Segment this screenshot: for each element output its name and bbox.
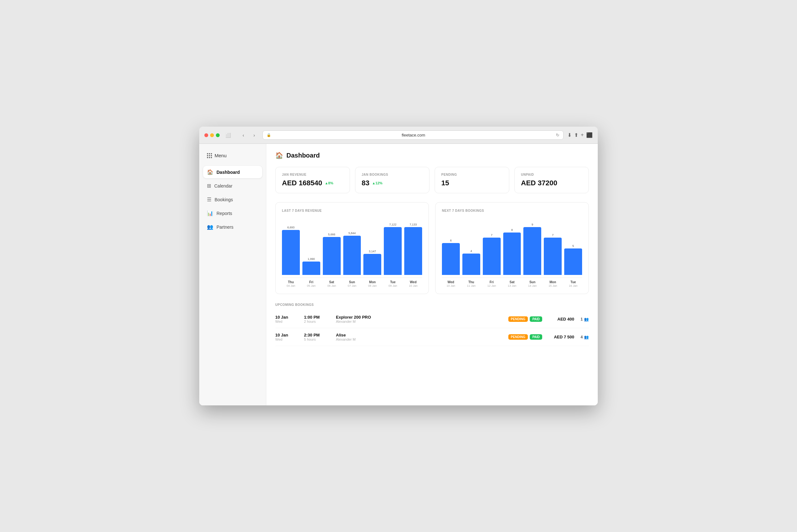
bookings-list: 10 Jan Wed 1:00 PM 2 hours Explorer 200 … — [275, 310, 589, 346]
bar-value-label: 9 — [532, 223, 533, 226]
charts-row: LAST 7 DAYS REVENUE 6,693 1,990 5,666 5,… — [275, 202, 589, 294]
sidebar-item-bookings[interactable]: ☰ Bookings — [203, 193, 262, 206]
bar-date: 09 Jan — [384, 284, 402, 287]
bar-label: Sat 06 Jan — [323, 280, 341, 287]
stat-label-jan-revenue: JAN REVENUE — [282, 173, 343, 176]
badge-paid: PAID — [530, 317, 542, 322]
stats-row: JAN REVENUE AED 168540 ▲8% JAN BOOKINGS … — [275, 167, 589, 193]
bar-label: Sun 07 Jan — [343, 280, 361, 287]
share-icon[interactable]: ⬆ — [574, 132, 578, 138]
address-bar[interactable]: 🔒 fleetace.com ↻ — [262, 130, 564, 140]
booking-weekday: Wed — [275, 320, 297, 323]
bar-value-label: 5,844 — [348, 231, 356, 235]
bar-value-label: 7,133 — [410, 223, 417, 226]
booking-amount: AED 400 — [548, 317, 574, 322]
badge-pending: PENDING — [508, 334, 528, 340]
sidebar-toggle-icon[interactable]: ⬜ — [223, 131, 233, 140]
bar-date: 13 Jan — [503, 284, 521, 287]
booking-date: 10 Jan Wed — [275, 332, 297, 341]
reports-icon: 📊 — [207, 210, 213, 216]
booking-duration: 5 hours — [304, 338, 329, 341]
lock-icon: 🔒 — [267, 133, 271, 137]
stat-card-unpaid: UNPAID AED 37200 — [514, 167, 589, 193]
bookings-chart: 6 4 7 8 9 7 5 Wed 10 Jan Thu 11 Jan Fri … — [442, 217, 582, 287]
bar-day: Thu — [463, 280, 480, 284]
booking-row[interactable]: 10 Jan Wed 2:30 PM 5 hours Alise Alexand… — [275, 328, 589, 346]
refresh-button[interactable]: ↻ — [556, 133, 559, 137]
bookings-bar — [523, 227, 541, 275]
sidebar-item-partners[interactable]: 👥 Partners — [203, 221, 262, 233]
booking-pax: 1 👥 — [580, 317, 589, 322]
bar-date: 16 Jan — [564, 284, 582, 287]
revenue-bar — [282, 230, 300, 275]
bar-label: Wed 10 Jan — [442, 280, 460, 287]
revenue-bar-group: 3,147 — [363, 217, 381, 275]
bookings-chart-title: NEXT 7 DAYS BOOKINGS — [442, 209, 582, 212]
booking-row[interactable]: 10 Jan Wed 1:00 PM 2 hours Explorer 200 … — [275, 310, 589, 328]
bar-value-label: 5,666 — [328, 233, 335, 236]
close-button[interactable] — [204, 133, 208, 137]
minimize-button[interactable] — [210, 133, 214, 137]
new-tab-icon[interactable]: + — [581, 132, 584, 138]
bar-date: 12 Jan — [483, 284, 501, 287]
bar-label: Tue 16 Jan — [564, 280, 582, 287]
bookings-bar — [483, 238, 501, 275]
stat-card-pending: PENDING 15 — [435, 167, 509, 193]
sidebar-item-dashboard[interactable]: 🏠 Dashboard — [203, 166, 262, 178]
bar-date: 04 Jan — [282, 284, 300, 287]
bookings-bar — [503, 232, 521, 275]
bar-day: Wed — [442, 280, 460, 284]
booking-info: Alise Alexander M — [336, 332, 502, 341]
revenue-bar-group: 6,693 — [282, 217, 300, 275]
bar-value-label: 4 — [470, 249, 472, 253]
bar-day: Tue — [384, 280, 402, 284]
upcoming-bookings-section: UPCOMING BOOKINGS 10 Jan Wed 1:00 PM 2 h… — [275, 303, 589, 346]
bar-value-label: 1,990 — [308, 258, 315, 261]
stat-value-jan-bookings: 83 ▲12% — [362, 179, 423, 187]
booking-date-day: 10 Jan — [275, 315, 297, 320]
maximize-button[interactable] — [216, 133, 220, 137]
bar-value-label: 5 — [573, 244, 574, 247]
download-icon[interactable]: ⬇ — [567, 132, 572, 138]
bookings-bar — [463, 253, 480, 275]
main-content: 🏠 Dashboard JAN REVENUE AED 168540 ▲8% J… — [266, 144, 598, 405]
bar-value-label: 7 — [491, 233, 492, 237]
sidebar-item-dashboard-label: Dashboard — [217, 170, 240, 175]
app-layout: Menu 🏠 Dashboard ⊞ Calendar ☰ Bookings 📊… — [199, 144, 598, 405]
bookings-bars: 6 4 7 8 9 7 5 — [442, 217, 582, 275]
revenue-bar-group: 5,844 — [343, 217, 361, 275]
forward-button[interactable]: › — [250, 131, 259, 140]
sidebar-item-calendar[interactable]: ⊞ Calendar — [203, 179, 262, 192]
pax-count: 4 — [580, 335, 583, 339]
bar-value-label: 8 — [511, 228, 513, 231]
sidebar-item-reports[interactable]: 📊 Reports — [203, 207, 262, 220]
home-icon: 🏠 — [207, 169, 213, 175]
bookings-bar-group: 8 — [503, 217, 521, 275]
stat-label-unpaid: UNPAID — [521, 173, 582, 176]
revenue-bars: 6,693 1,990 5,666 5,844 3,147 7,122 7,13… — [282, 217, 422, 275]
badge-paid: PAID — [530, 334, 542, 340]
bookings-bar-group: 5 — [564, 217, 582, 275]
bookings-bar — [442, 243, 460, 275]
pax-count: 1 — [580, 317, 583, 322]
booking-badges: PENDINGPAID — [508, 317, 543, 322]
browser-nav: ‹ › — [239, 131, 259, 140]
bar-value-label: 6,693 — [287, 226, 295, 229]
pax-icon: 👥 — [584, 335, 589, 339]
revenue-chart: 6,693 1,990 5,666 5,844 3,147 7,122 7,13… — [282, 217, 422, 287]
bar-date: 05 Jan — [302, 284, 320, 287]
bar-label: Tue 09 Jan — [384, 280, 402, 287]
bar-value-label: 6 — [450, 239, 452, 242]
bar-day: Fri — [302, 280, 320, 284]
revenue-bar — [323, 237, 341, 275]
back-button[interactable]: ‹ — [239, 131, 248, 140]
tabs-icon[interactable]: ⬛ — [586, 132, 593, 138]
revenue-bar — [384, 227, 402, 275]
page-title: 🏠 Dashboard — [275, 152, 589, 159]
dashboard-icon: 🏠 — [275, 152, 283, 159]
bar-day: Wed — [404, 280, 422, 284]
bookings-icon: ☰ — [207, 196, 211, 203]
bookings-chart-card: NEXT 7 DAYS BOOKINGS 6 4 7 8 9 7 5 Wed 1… — [435, 202, 589, 294]
stat-label-jan-bookings: JAN BOOKINGS — [362, 173, 423, 176]
stat-label-pending: PENDING — [441, 173, 503, 176]
